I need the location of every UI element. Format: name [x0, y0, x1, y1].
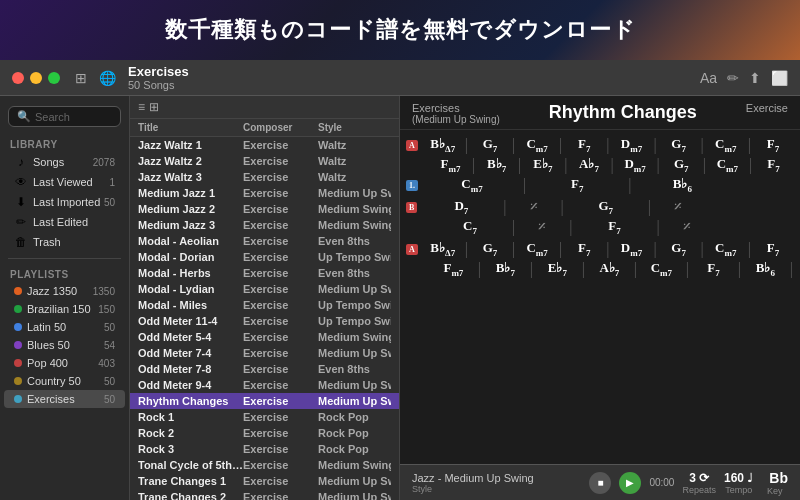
maximize-button[interactable] — [48, 72, 60, 84]
song-style: Medium Up Swing — [318, 347, 391, 359]
time-display: 00:00 — [649, 477, 674, 488]
repeat-4: 𝄎 — [662, 218, 712, 236]
song-composer: Exercise — [243, 155, 318, 167]
library-label: Library — [0, 135, 129, 152]
song-list-header: ≡ ⊞ — [130, 96, 399, 119]
stop-button[interactable]: ■ — [589, 472, 611, 494]
sort-icon[interactable]: ≡ — [138, 100, 145, 114]
song-row[interactable]: Medium Jazz 3 Exercise Medium Swing — [130, 217, 399, 233]
share-icon[interactable]: ⬆ — [749, 70, 761, 86]
chord-content[interactable]: A B♭Δ7 | G7 | Cm7 | F7 | Dm7 | G7 | Cm7 — [400, 130, 800, 464]
grid-view-icon[interactable]: ⊞ — [149, 100, 159, 114]
song-row[interactable]: Modal - Herbs Exercise Even 8ths — [130, 265, 399, 281]
playback-controls: ■ ▶ 00:00 3 ⟳ Repeats 160 ♩ Tempo Bb Key — [589, 470, 788, 496]
song-title: Medium Jazz 1 — [138, 187, 243, 199]
sidebar-item-last-imported[interactable]: ⬇ Last Imported 50 — [4, 192, 125, 212]
song-style: Medium Up Swing — [318, 475, 391, 487]
sidebar-item-brazilian150[interactable]: Brazilian 150 150 — [4, 300, 125, 318]
song-style: Medium Up Swing — [318, 395, 391, 407]
chord-view-source: Exercises — [412, 102, 500, 114]
song-row[interactable]: Odd Meter 9-4 Exercise Medium Up Swing — [130, 377, 399, 393]
col-title: Title — [138, 122, 243, 133]
song-composer: Exercise — [243, 267, 318, 279]
song-title: Modal - Miles — [138, 299, 243, 311]
sidebar-item-country50[interactable]: Country 50 50 — [4, 372, 125, 390]
key-param: Bb Key — [761, 470, 788, 496]
chord-c7: C7 — [430, 218, 510, 236]
song-row[interactable]: Modal - Aeolian Exercise Even 8ths — [130, 233, 399, 249]
song-row[interactable]: Rock 2 Exercise Rock Pop — [130, 425, 399, 441]
song-composer: Exercise — [243, 347, 318, 359]
window-title: Exercises — [128, 64, 700, 80]
exercises-label: Exercises — [27, 393, 104, 405]
sidebar-item-last-viewed[interactable]: 👁 Last Viewed 1 — [4, 172, 125, 192]
song-composer: Exercise — [243, 411, 318, 423]
sidebar-item-jazz1350[interactable]: Jazz 1350 1350 — [4, 282, 125, 300]
chord-eb7: E♭7 — [522, 156, 563, 174]
song-style: Medium Swing — [318, 331, 391, 343]
font-icon[interactable]: Aa — [700, 70, 717, 86]
song-row[interactable]: Rock 1 Exercise Rock Pop — [130, 409, 399, 425]
song-row[interactable]: Tonal Cycle of 5ths... Exercise Medium S… — [130, 457, 399, 473]
song-row[interactable]: Modal - Lydian Exercise Medium Up Swing — [130, 281, 399, 297]
song-row[interactable]: Jazz Waltz 2 Exercise Waltz — [130, 153, 399, 169]
song-composer: Exercise — [243, 427, 318, 439]
sidebar-item-trash[interactable]: 🗑 Trash — [4, 232, 125, 252]
grid-icon[interactable]: ⊞ — [72, 69, 90, 87]
song-style: Medium Up Swing — [318, 379, 391, 391]
song-title: Modal - Aeolian — [138, 235, 243, 247]
search-box[interactable]: 🔍 Search — [8, 106, 121, 127]
song-row[interactable]: Jazz Waltz 3 Exercise Waltz — [130, 169, 399, 185]
song-row[interactable]: Modal - Miles Exercise Up Tempo Swing — [130, 297, 399, 313]
song-row[interactable]: Odd Meter 7-8 Exercise Even 8ths — [130, 361, 399, 377]
chord-view: Exercises (Medium Up Swing) Rhythm Chang… — [400, 96, 800, 500]
song-row[interactable]: Rock 3 Exercise Rock Pop — [130, 441, 399, 457]
song-style: Medium Swing — [318, 219, 391, 231]
song-row[interactable]: Modal - Dorian Exercise Up Tempo Swing — [130, 249, 399, 265]
sidebar-item-exercises[interactable]: Exercises 50 — [4, 390, 125, 408]
chord-g7-bot: G7 — [469, 240, 511, 258]
song-row[interactable]: Odd Meter 7-4 Exercise Medium Up Swing — [130, 345, 399, 361]
chord-row-b2: C7 | 𝄎 | F7 | 𝄎 — [406, 218, 794, 236]
chord-g7: G7 — [469, 136, 511, 154]
song-composer: Exercise — [243, 235, 318, 247]
song-row[interactable]: Trane Changes 2 Exercise Medium Up Swing — [130, 489, 399, 500]
window-icon[interactable]: ⬜ — [771, 70, 788, 86]
song-row[interactable]: Rhythm Changes Exercise Medium Up Swing — [130, 393, 399, 409]
chord-bb6: B♭6 — [632, 176, 732, 194]
song-style: Up Tempo Swing — [318, 251, 391, 263]
song-row[interactable]: Odd Meter 5-4 Exercise Medium Swing — [130, 329, 399, 345]
col-style: Style — [318, 122, 391, 133]
jazz1350-label: Jazz 1350 — [27, 285, 93, 297]
edit-icon[interactable]: ✏ — [727, 70, 739, 86]
chord-f7-1: F7 — [563, 136, 605, 154]
close-button[interactable] — [12, 72, 24, 84]
sidebar-item-blues50[interactable]: Blues 50 54 — [4, 336, 125, 354]
song-row[interactable]: Medium Jazz 1 Exercise Medium Up Swing — [130, 185, 399, 201]
sidebar-item-last-edited[interactable]: ✏ Last Edited — [4, 212, 125, 232]
blues50-count: 54 — [104, 340, 115, 351]
song-title: Odd Meter 7-8 — [138, 363, 243, 375]
section-a-label: A — [406, 140, 418, 151]
song-row[interactable]: Odd Meter 11-4 Exercise Up Tempo Swing — [130, 313, 399, 329]
sidebar-item-pop400[interactable]: Pop 400 403 — [4, 354, 125, 372]
playlist-dot — [14, 323, 22, 331]
chord-dm7-2: Dm7 — [615, 156, 656, 174]
minimize-button[interactable] — [30, 72, 42, 84]
song-row[interactable]: Jazz Waltz 1 Exercise Waltz — [130, 137, 399, 153]
song-row[interactable]: Trane Changes 1 Exercise Medium Up Swing — [130, 473, 399, 489]
song-title: Jazz Waltz 2 — [138, 155, 243, 167]
key-value: Bb — [769, 470, 788, 486]
sidebar-item-latin50[interactable]: Latin 50 50 — [4, 318, 125, 336]
sidebar-item-songs[interactable]: ♪ Songs 2078 — [4, 152, 125, 172]
song-list-rows[interactable]: Jazz Waltz 1 Exercise Waltz Jazz Waltz 2… — [130, 137, 399, 500]
chord-f7-2: F7 — [752, 136, 794, 154]
sidebar: 🔍 Search Library ♪ Songs 2078 👁 Last Vie… — [0, 96, 130, 500]
edited-icon: ✏ — [14, 215, 28, 229]
song-title: Rhythm Changes — [138, 395, 243, 407]
song-row[interactable]: Medium Jazz 2 Exercise Medium Swing — [130, 201, 399, 217]
song-title: Trane Changes 2 — [138, 491, 243, 500]
play-button[interactable]: ▶ — [619, 472, 641, 494]
chord-ab7: A♭7 — [568, 156, 609, 174]
globe-icon[interactable]: 🌐 — [98, 69, 116, 87]
